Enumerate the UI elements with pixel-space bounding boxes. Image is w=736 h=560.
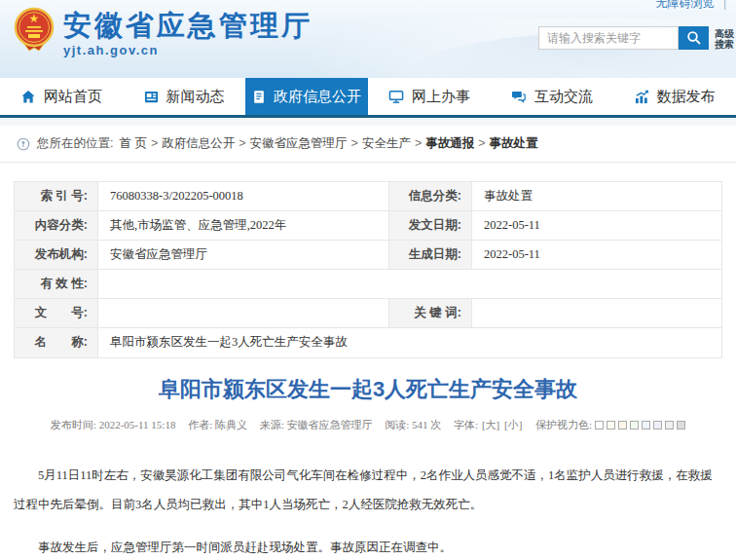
chat-icon xyxy=(511,90,527,104)
info-table-value: 76080338-3/202205-00018 xyxy=(98,182,389,210)
breadcrumb-prefix: 您所在的位置: xyxy=(37,135,113,152)
article-paragraph: 事故发生后，应急管理厅第一时间派员赶赴现场处置。事故原因正在调查中。 xyxy=(14,533,722,560)
nav-item-label: 网站首页 xyxy=(44,88,102,106)
eye-color-swatch[interactable] xyxy=(653,421,662,429)
font-larger-button[interactable]: [大] xyxy=(482,419,499,430)
breadcrumb-separator: > xyxy=(351,136,358,150)
access-bar: 无障碍浏览 | xyxy=(656,0,726,12)
info-table-value xyxy=(472,299,721,327)
main-nav: 网站首页新闻动态政府信息公开网上办事互动交流数据发布 xyxy=(0,78,736,118)
info-table-label: 有 效 性: xyxy=(15,270,98,298)
publish-time: 发布时间: 2022-05-11 15:18 xyxy=(51,419,176,430)
breadcrumb-item[interactable]: 事故通报 xyxy=(425,136,474,150)
search-button[interactable] xyxy=(679,26,709,50)
news-icon xyxy=(144,90,159,104)
breadcrumb-separator: > xyxy=(478,136,485,150)
article-author: 作者: 陈典义 xyxy=(188,419,247,430)
font-size-controls: 字体: [大] [小] xyxy=(454,419,523,430)
eye-color-swatch[interactable] xyxy=(642,421,650,429)
breadcrumb-item[interactable]: 安徽省应急管理厅 xyxy=(250,136,348,150)
info-table-row: 文 号:关 键 词: xyxy=(15,299,721,328)
eye-color-swatches xyxy=(592,419,685,430)
breadcrumb-separator: > xyxy=(151,136,158,150)
info-table-value: 2022-05-11 xyxy=(472,241,721,269)
nav-item-label: 新闻动态 xyxy=(166,88,225,106)
info-table-value: 事故处置 xyxy=(472,182,721,210)
breadcrumb-item[interactable]: 政府信息公开 xyxy=(162,136,235,150)
info-table-label: 信息分类: xyxy=(389,182,472,210)
nav-sub-strip xyxy=(0,118,736,126)
eye-color-swatch[interactable] xyxy=(595,421,604,429)
info-table-row: 发布机构:安徽省应急管理厅生成日期:2022-05-11 xyxy=(15,241,721,270)
article-meta: 发布时间: 2022-05-11 15:18 作者: 陈典义 来源: 安徽省应急… xyxy=(0,418,736,432)
search-input[interactable] xyxy=(538,26,679,50)
info-table-value: 安徽省应急管理厅 xyxy=(98,241,389,269)
eye-color-swatch[interactable] xyxy=(630,421,639,429)
info-table-label: 生成日期: xyxy=(389,241,472,269)
breadcrumb-separator: > xyxy=(239,136,245,150)
national-emblem-logo: ★ xyxy=(14,7,55,54)
info-table-row: 名 称:阜阳市颍东区发生一起3人死亡生产安全事故 xyxy=(15,328,721,357)
accessibility-link[interactable]: 无障碍浏览 xyxy=(656,0,715,10)
nav-item-news[interactable]: 新闻动态 xyxy=(123,78,245,115)
nav-item-gov-info[interactable]: 政府信息公开 xyxy=(245,78,368,115)
eye-color-swatch[interactable] xyxy=(607,421,615,429)
view-count: 阅读: 541 次 xyxy=(385,419,441,430)
advanced-search-link[interactable]: 高级搜索 xyxy=(715,28,736,50)
nav-item-label: 数据发布 xyxy=(657,88,716,106)
info-table-value: 阜阳市颍东区发生一起3人死亡生产安全事故 xyxy=(98,328,721,357)
nav-item-label: 互动交流 xyxy=(534,88,593,106)
info-table-row: 索 引 号:76080338-3/202205-00018信息分类:事故处置 xyxy=(15,182,721,211)
eye-protect-colors: 保护视力色: xyxy=(535,419,685,430)
eye-color-swatch[interactable] xyxy=(677,421,685,429)
info-table-label: 发文日期: xyxy=(389,211,472,240)
breadcrumb: 您所在的位置: 首 页>政府信息公开>安徽省应急管理厅>安全生产>事故通报>事故… xyxy=(0,126,736,163)
article-source: 来源: 安徽省应急管理厅 xyxy=(260,419,373,430)
svg-text:★: ★ xyxy=(29,12,40,25)
article-title: 阜阳市颍东区发生一起3人死亡生产安全事故 xyxy=(0,375,736,404)
nav-item-label: 网上办事 xyxy=(412,88,470,106)
chart-icon xyxy=(635,90,649,104)
nav-item-data[interactable]: 数据发布 xyxy=(613,78,736,115)
home-icon xyxy=(20,90,36,104)
info-table-value: 2022-05-11 xyxy=(472,211,721,240)
nav-item-interact[interactable]: 互动交流 xyxy=(491,78,613,115)
info-table-row: 内容分类:其他,市场监管、应急管理,2022年发文日期:2022-05-11 xyxy=(15,211,721,241)
info-table-label: 索 引 号: xyxy=(15,182,98,210)
site-domain: yjt.ah.gov.cn xyxy=(63,43,313,57)
breadcrumb-item[interactable]: 事故处置 xyxy=(490,136,538,150)
info-table-label: 发布机构: xyxy=(15,241,98,269)
search-bar xyxy=(538,26,709,50)
nav-item-label: 政府信息公开 xyxy=(274,88,361,106)
page: ★ 安徽省应急管理厅 yjt.ah.gov.cn 无障碍浏览 | 高 xyxy=(0,0,736,560)
info-table-label: 内容分类: xyxy=(15,211,98,240)
info-table-value: 其他,市场监管、应急管理,2022年 xyxy=(98,211,389,240)
breadcrumb-items: 首 页>政府信息公开>安徽省应急管理厅>安全生产>事故通报>事故处置 xyxy=(116,135,540,152)
document-icon xyxy=(252,90,266,104)
eye-color-swatch[interactable] xyxy=(618,421,627,429)
breadcrumb-item[interactable]: 首 页 xyxy=(119,136,146,150)
breadcrumb-item[interactable]: 安全生产 xyxy=(362,136,411,150)
article-body: 5月11日11时左右，安徽昊源化工集团有限公司气化车间在检修过程中，2名作业人员… xyxy=(14,461,722,560)
site-header: ★ 安徽省应急管理厅 yjt.ah.gov.cn 无障碍浏览 | 高 xyxy=(0,0,736,78)
site-title: 安徽省应急管理厅 xyxy=(63,10,313,41)
site-brand[interactable]: ★ 安徽省应急管理厅 yjt.ah.gov.cn xyxy=(14,7,313,57)
font-smaller-button[interactable]: [小] xyxy=(504,419,522,430)
article-paragraph: 5月11日11时左右，安徽昊源化工集团有限公司气化车间在检修过程中，2名作业人员… xyxy=(14,461,722,519)
brand-text: 安徽省应急管理厅 yjt.ah.gov.cn xyxy=(63,7,313,57)
breadcrumb-separator: > xyxy=(415,136,422,150)
info-table-label: 关 键 词: xyxy=(389,299,472,327)
accessibility-divider: | xyxy=(723,0,726,10)
monitor-icon xyxy=(388,90,404,104)
info-table: 索 引 号:76080338-3/202205-00018信息分类:事故处置内容… xyxy=(14,181,722,358)
eye-color-swatch[interactable] xyxy=(665,421,674,429)
info-table-value xyxy=(98,299,389,327)
info-table-label: 名 称: xyxy=(15,328,98,357)
nav-item-online[interactable]: 网上办事 xyxy=(368,78,491,115)
search-icon xyxy=(686,30,702,46)
nav-item-home[interactable]: 网站首页 xyxy=(0,78,123,115)
info-table-value xyxy=(98,270,721,298)
info-table-row: 有 效 性: xyxy=(15,270,721,299)
info-table-label: 文 号: xyxy=(15,299,98,327)
location-icon xyxy=(17,137,30,151)
